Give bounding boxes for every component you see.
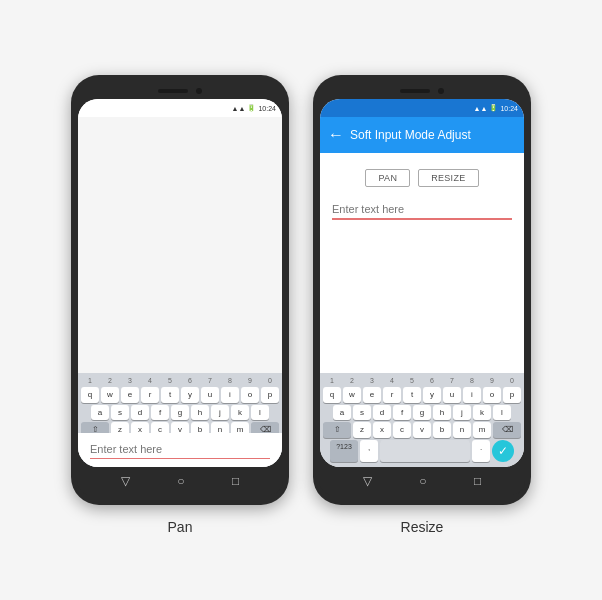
pan-key-q[interactable]: q <box>81 387 99 403</box>
resize-nav-recent[interactable]: □ <box>474 474 481 488</box>
resize-key-period[interactable]: . <box>472 440 490 462</box>
resize-key-b[interactable]: b <box>433 422 451 438</box>
resize-status-bar: ▲▲ 🔋 10:24 <box>320 99 524 117</box>
resize-app-bar-title: Soft Input Mode Adjust <box>350 128 471 142</box>
resize-key-o[interactable]: o <box>483 387 501 403</box>
resize-key-u[interactable]: u <box>443 387 461 403</box>
resize-text-underline <box>332 218 512 220</box>
resize-key-p[interactable]: p <box>503 387 521 403</box>
resize-key-123[interactable]: ?123 <box>330 440 358 462</box>
resize-key-v[interactable]: v <box>413 422 431 438</box>
resize-status-icons: ▲▲ 🔋 10:24 <box>474 104 518 112</box>
resize-pan-button[interactable]: PAN <box>365 169 410 187</box>
phones-container: ▲▲ 🔋 10:24 1 <box>61 55 541 545</box>
pan-key-w[interactable]: w <box>101 387 119 403</box>
pan-key-k[interactable]: k <box>231 405 249 421</box>
resize-kb-numbers-row: 1 2 3 4 5 6 7 8 9 0 <box>322 376 522 385</box>
resize-nav-back[interactable]: ▽ <box>363 474 372 488</box>
resize-speaker <box>400 89 430 93</box>
pan-key-f[interactable]: f <box>151 405 169 421</box>
pan-phone-wrapper: ▲▲ 🔋 10:24 1 <box>71 75 289 535</box>
resize-key-d[interactable]: d <box>373 405 391 421</box>
resize-key-delete[interactable]: ⌫ <box>493 422 521 438</box>
pan-label: Pan <box>168 519 193 535</box>
resize-key-r[interactable]: r <box>383 387 401 403</box>
resize-app-bar: ← Soft Input Mode Adjust <box>320 117 524 153</box>
resize-key-k[interactable]: k <box>473 405 491 421</box>
resize-key-m[interactable]: m <box>473 422 491 438</box>
resize-key-y[interactable]: y <box>423 387 441 403</box>
pan-key-s[interactable]: s <box>111 405 129 421</box>
resize-buttons-row: PAN RESIZE <box>365 169 478 187</box>
resize-content: PAN RESIZE <box>320 153 524 373</box>
pan-text-underline <box>90 458 270 460</box>
pan-key-e[interactable]: e <box>121 387 139 403</box>
resize-key-s[interactable]: s <box>353 405 371 421</box>
resize-kb-row3: ⇧ z x c v b n m ⌫ <box>322 422 522 438</box>
pan-camera <box>196 88 202 94</box>
resize-resize-button[interactable]: RESIZE <box>418 169 478 187</box>
resize-key-enter[interactable]: ✓ <box>492 440 514 462</box>
pan-key-h[interactable]: h <box>191 405 209 421</box>
pan-key-t[interactable]: t <box>161 387 179 403</box>
resize-key-e[interactable]: e <box>363 387 381 403</box>
resize-text-field-area <box>320 195 524 226</box>
resize-key-shift[interactable]: ⇧ <box>323 422 351 438</box>
resize-key-l[interactable]: l <box>493 405 511 421</box>
resize-key-comma[interactable]: , <box>360 440 378 462</box>
resize-key-n[interactable]: n <box>453 422 471 438</box>
pan-key-u[interactable]: u <box>201 387 219 403</box>
resize-key-z[interactable]: z <box>353 422 371 438</box>
pan-kb-row2: a s d f g h j k l <box>80 405 280 421</box>
pan-status-icons: ▲▲ 🔋 10:24 <box>232 104 276 112</box>
pan-key-l[interactable]: l <box>251 405 269 421</box>
pan-kb-row1: q w e r t y u i o p <box>80 387 280 403</box>
pan-key-y[interactable]: y <box>181 387 199 403</box>
pan-status-bar: ▲▲ 🔋 10:24 <box>78 99 282 117</box>
pan-key-r[interactable]: r <box>141 387 159 403</box>
resize-key-space[interactable] <box>380 440 470 462</box>
resize-keyboard: 1 2 3 4 5 6 7 8 9 0 q w e <box>320 373 524 467</box>
resize-camera <box>438 88 444 94</box>
pan-key-g[interactable]: g <box>171 405 189 421</box>
pan-text-input[interactable] <box>90 443 270 455</box>
resize-key-t[interactable]: t <box>403 387 421 403</box>
resize-key-c[interactable]: c <box>393 422 411 438</box>
pan-key-o[interactable]: o <box>241 387 259 403</box>
pan-kb-numbers-row: 1 2 3 4 5 6 7 8 9 0 <box>80 376 280 385</box>
resize-text-field-inner <box>332 199 512 222</box>
resize-nav-bar: ▽ ○ □ <box>319 467 525 495</box>
resize-kb-row1: q w e r t y u i o p <box>322 387 522 403</box>
resize-text-input[interactable] <box>332 203 512 215</box>
resize-key-a[interactable]: a <box>333 405 351 421</box>
pan-phone-inner: ▲▲ 🔋 10:24 1 <box>78 99 282 467</box>
pan-phone: ▲▲ 🔋 10:24 1 <box>71 75 289 505</box>
resize-key-i[interactable]: i <box>463 387 481 403</box>
resize-phone: ▲▲ 🔋 10:24 ← Soft Input Mode Adjust PAN … <box>313 75 531 505</box>
pan-phone-notch <box>78 85 282 97</box>
resize-phone-inner: ▲▲ 🔋 10:24 ← Soft Input Mode Adjust PAN … <box>320 99 524 467</box>
pan-speaker <box>158 89 188 93</box>
pan-nav-back[interactable]: ▽ <box>121 474 130 488</box>
pan-nav-home[interactable]: ○ <box>177 474 184 488</box>
pan-gray-area <box>78 117 282 373</box>
resize-phone-notch <box>320 85 524 97</box>
pan-key-p[interactable]: p <box>261 387 279 403</box>
resize-back-arrow[interactable]: ← <box>328 126 344 144</box>
resize-key-g[interactable]: g <box>413 405 431 421</box>
pan-key-d[interactable]: d <box>131 405 149 421</box>
pan-key-i[interactable]: i <box>221 387 239 403</box>
pan-key-a[interactable]: a <box>91 405 109 421</box>
resize-key-f[interactable]: f <box>393 405 411 421</box>
resize-key-w[interactable]: w <box>343 387 361 403</box>
resize-key-h[interactable]: h <box>433 405 451 421</box>
resize-key-q[interactable]: q <box>323 387 341 403</box>
resize-key-x[interactable]: x <box>373 422 391 438</box>
resize-kb-row4: ?123 , . ✓ <box>322 440 522 462</box>
resize-kb-row2: a s d f g h j k l <box>322 405 522 421</box>
resize-key-j[interactable]: j <box>453 405 471 421</box>
pan-nav-recent[interactable]: □ <box>232 474 239 488</box>
pan-nav-bar: ▽ ○ □ <box>77 467 283 495</box>
pan-key-j[interactable]: j <box>211 405 229 421</box>
resize-nav-home[interactable]: ○ <box>419 474 426 488</box>
